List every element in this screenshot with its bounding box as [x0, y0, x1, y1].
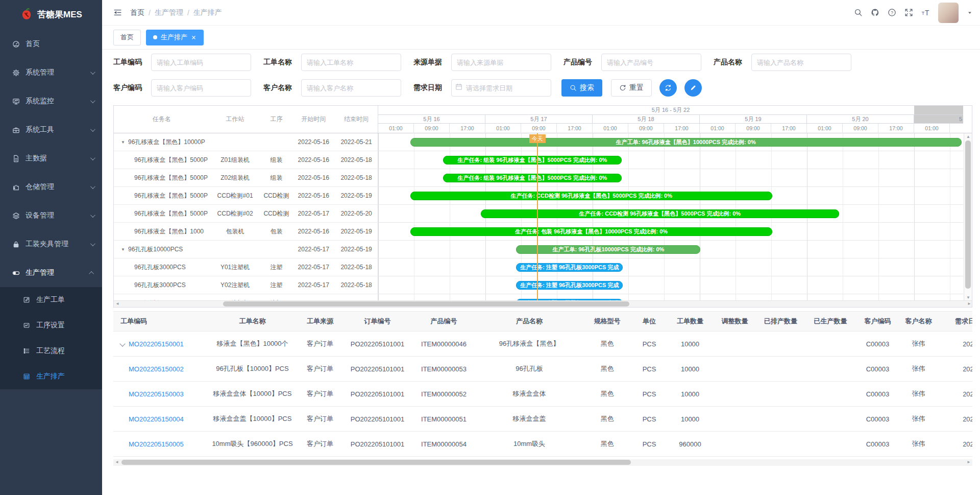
- customer-name-input[interactable]: [301, 79, 401, 97]
- gantt-row-info[interactable]: 96孔移液盒【黑色】5000P Z02组装机 组装 2022-05-16 202…: [114, 169, 378, 187]
- gantt-row-info[interactable]: 96孔移液盒【黑色】5000P CCD检测#02 CCD检测 2022-05-1…: [114, 205, 378, 223]
- gantt-bar[interactable]: 生产工单: 96孔孔板10000PCS 完成比例: 0%: [516, 245, 700, 254]
- tab-home[interactable]: 首页: [113, 30, 141, 45]
- gantt-week-label: 5月 16 - 5月 22: [652, 107, 690, 113]
- breadcrumb-page[interactable]: 生产排产: [193, 8, 222, 17]
- customer-code-input[interactable]: [151, 79, 251, 97]
- cell-customer-name: 张伟: [899, 439, 938, 449]
- fullscreen-icon[interactable]: [904, 8, 913, 17]
- help-icon[interactable]: ?: [888, 8, 896, 17]
- font-size-icon[interactable]: TT: [921, 8, 930, 17]
- filter-input[interactable]: [451, 54, 551, 71]
- sidebar-submenu-item[interactable]: 工序设置: [0, 313, 102, 338]
- close-icon[interactable]: [191, 35, 197, 40]
- sidebar-submenu-item[interactable]: 工艺流程: [0, 338, 102, 364]
- expand-caret-icon[interactable]: ▼: [121, 140, 128, 145]
- filter-input[interactable]: [601, 54, 701, 71]
- gantt-timeline-row: 生产工单: 96孔孔板10000PCS 完成比例: 0%: [378, 241, 963, 258]
- table-row[interactable]: MO202205150001 移液盒【黑色】10000个 客户订单 PO2022…: [113, 332, 972, 357]
- table-row[interactable]: MO202205150004 移液盒盒盖【10000】PCS 客户订单 PO20…: [113, 407, 972, 432]
- user-avatar[interactable]: [938, 3, 959, 23]
- work-order-link[interactable]: MO202205150005: [129, 440, 184, 448]
- table-row[interactable]: MO202205150002 96孔孔板【10000】PCS 客户订单 PO20…: [113, 357, 972, 382]
- scroll-right-arrow-icon[interactable]: ►: [967, 460, 971, 464]
- gantt-end-date: 2022-05-20: [335, 210, 378, 217]
- scroll-right-arrow-icon[interactable]: ►: [967, 302, 971, 306]
- work-order-link[interactable]: MO202205150002: [129, 365, 184, 373]
- gantt-bar[interactable]: 生产任务: 注塑 96孔孔板3000PCS 完成: [516, 281, 623, 290]
- gantt-bar[interactable]: 生产任务: CCD检测 96孔移液盒【黑色】5000PCS 完成比例: 0%: [410, 192, 772, 200]
- sidebar-item-icon: [12, 40, 20, 48]
- sidebar-fold-icon[interactable]: [113, 8, 122, 17]
- sidebar-menu-item[interactable]: 工装夹具管理: [0, 230, 102, 258]
- scroll-down-arrow-icon[interactable]: ▼: [966, 296, 970, 300]
- breadcrumb-home[interactable]: 首页: [130, 8, 144, 17]
- filter-input[interactable]: [301, 54, 401, 71]
- scrollbar-thumb[interactable]: [223, 301, 629, 307]
- sidebar-menu-item[interactable]: 系统工具: [0, 115, 102, 144]
- gantt-row-info[interactable]: 96孔移液盒【黑色】5000P CCD检测#01 CCD检测 2022-05-1…: [114, 187, 378, 205]
- cell-product: 96孔移液盒【黑色】: [476, 339, 583, 348]
- row-expand-chevron-icon[interactable]: [119, 341, 125, 346]
- user-menu-caret-icon[interactable]: [967, 10, 973, 16]
- search-icon[interactable]: [854, 8, 863, 17]
- github-icon[interactable]: [871, 8, 879, 17]
- table-row[interactable]: MO202205150005 10mm吸头【960000】PCS 客户订单 PO…: [113, 432, 972, 457]
- work-order-link[interactable]: MO202205150001: [129, 340, 184, 348]
- filter-input[interactable]: [151, 54, 251, 71]
- gantt-bar[interactable]: 生产任务: 组装 96孔移液盒【黑色】5000PCS 完成比例: 0%: [443, 156, 622, 164]
- table-row[interactable]: MO202205150003 移液盒盒体【10000】PCS 客户订单 PO20…: [113, 382, 972, 407]
- gantt-bar[interactable]: 生产任务: 组装 96孔移液盒【黑色】5000PCS 完成比例: 0%: [443, 174, 622, 182]
- sidebar-menu-item[interactable]: 主数据: [0, 144, 102, 173]
- gantt-vertical-scrollbar[interactable]: ▲ ▼: [964, 133, 972, 301]
- edit-schedule-button[interactable]: [684, 79, 702, 97]
- gantt-bar[interactable]: 生产工单: 96孔移液盒【黑色】10000PCS 完成比例: 0%: [410, 138, 962, 147]
- scroll-up-arrow-icon[interactable]: ▲: [966, 135, 970, 139]
- gantt-horizontal-scrollbar[interactable]: ◄ ►: [114, 300, 972, 307]
- gantt-row-info[interactable]: ▼ 96孔孔板10000PCS 2022-05-17 2022-05-19: [114, 241, 378, 258]
- demand-date-input[interactable]: [451, 79, 551, 97]
- breadcrumb-section[interactable]: 生产管理: [155, 8, 183, 17]
- gantt-bar[interactable]: 生产任务: CCD检测 96孔移液盒【黑色】5000PCS 完成比例: 0%: [481, 209, 839, 218]
- breadcrumb-separator: /: [187, 9, 189, 17]
- gantt-row-info[interactable]: ▼ 96孔移液盒【黑色】10000P 2022-05-16 2022-05-21: [114, 133, 378, 151]
- work-order-link[interactable]: MO202205150003: [129, 390, 184, 398]
- cell-code: MO202205150005: [113, 440, 208, 448]
- filter-field-customer-name: 客户名称: [263, 79, 401, 97]
- table-horizontal-scrollbar[interactable]: ◄ ►: [113, 459, 972, 466]
- scroll-left-arrow-icon[interactable]: ◄: [115, 460, 119, 464]
- cell-unit: PCS: [631, 390, 667, 398]
- scrollbar-thumb[interactable]: [965, 140, 971, 289]
- sidebar-menu-item[interactable]: 生产管理: [0, 258, 102, 287]
- weekend-shade: [914, 106, 963, 114]
- table-header-row: 工单编码 工单名称 工单来源 订单编号 产品编号 产品名称 规格型号 单位 工单…: [113, 311, 972, 332]
- sidebar-submenu-item[interactable]: 生产排产: [0, 364, 102, 389]
- expand-caret-icon[interactable]: ▼: [121, 247, 128, 252]
- sidebar-submenu-item[interactable]: 生产工单: [0, 287, 102, 313]
- sidebar-menu-item[interactable]: 系统监控: [0, 87, 102, 115]
- scroll-left-arrow-icon[interactable]: ◄: [115, 302, 119, 306]
- reset-button[interactable]: 重置: [611, 79, 652, 97]
- gantt-row-info[interactable]: 96孔移液盒【黑色】5000P Z01组装机 组装 2022-05-16 202…: [114, 151, 378, 169]
- gantt-row-info[interactable]: 96孔移液盒【黑色】1000 包装机 包装 2022-05-16 2022-05…: [114, 223, 378, 241]
- sidebar-menu-item[interactable]: 系统管理: [0, 58, 102, 87]
- gantt-bar[interactable]: 生产任务: 包装 96孔移液盒【黑色】10000PCS 完成比例: 0%: [410, 227, 772, 236]
- sidebar-menu-item[interactable]: 仓储管理: [0, 173, 102, 201]
- gantt-row-info[interactable]: 96孔孔板3000PCS Y02注塑机 注塑 2022-05-17 2022-0…: [114, 276, 378, 294]
- gantt-bar[interactable]: 生产任务: 注塑 96孔孔板3000PCS 完成: [516, 263, 623, 272]
- sidebar-menu-item[interactable]: 设备管理: [0, 201, 102, 230]
- tab-production-scheduling[interactable]: 生产排产: [146, 30, 204, 45]
- search-button[interactable]: 搜索: [561, 79, 602, 97]
- sidebar-item-icon: [12, 98, 20, 105]
- filter-label: 来源单据: [413, 58, 445, 67]
- gantt-row-info[interactable]: 96孔孔板3000PCS Y01注塑机 注塑 2022-05-17 2022-0…: [114, 258, 378, 276]
- gantt-timeline-row: 生产任务: CCD检测 96孔移液盒【黑色】5000PCS 完成比例: 0%: [378, 205, 963, 223]
- gantt-hour-cell: 17:00: [878, 124, 914, 133]
- refresh-schedule-button[interactable]: [659, 79, 677, 97]
- scrollbar-thumb[interactable]: [121, 460, 631, 465]
- filter-input[interactable]: [751, 54, 851, 71]
- work-order-link[interactable]: MO202205150004: [129, 415, 184, 423]
- col-unit: 单位: [631, 317, 667, 326]
- gantt-start-date: 2022-05-17: [292, 210, 335, 217]
- sidebar-menu-item[interactable]: 首页: [0, 30, 102, 58]
